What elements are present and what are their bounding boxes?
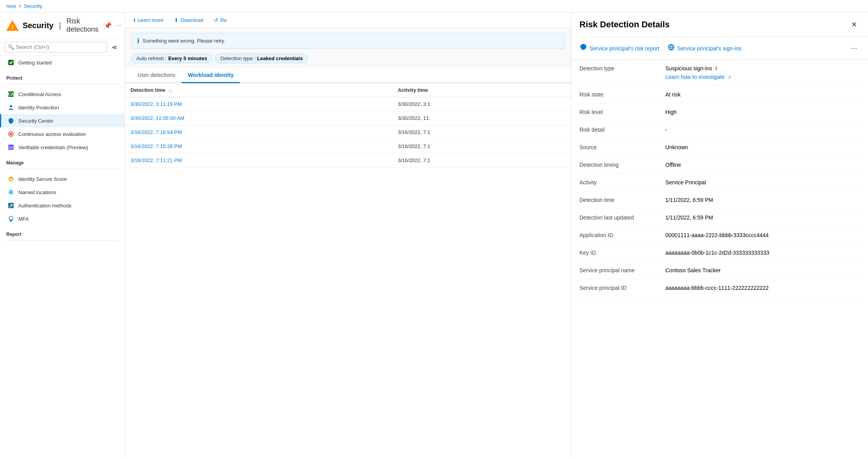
value-detection-type: Suspicious sign-ins ℹ Learn how to inves… — [665, 65, 860, 80]
sidebar-item-auth-methods[interactable]: 🔑 Authentication methods — [0, 199, 125, 212]
svg-text:CA: CA — [8, 92, 14, 96]
detection-time-cell[interactable]: 3/30/2022, 11:05:00 AM — [125, 111, 392, 125]
value-key-id: aaaaaaaa-0b0b-1c1c-2d2d-333333333333 — [665, 250, 860, 256]
identity-secure-score-label: Identity Secure Score — [18, 176, 67, 182]
page-icon: ! — [6, 19, 19, 32]
sidebar-item-mfa[interactable]: MFA — [0, 212, 125, 225]
risk-report-button[interactable]: Service principal's risk report — [579, 42, 659, 55]
value-detection-time: 1/11/2022, 6:59 PM — [665, 197, 860, 203]
sidebar-item-identity-protection[interactable]: Identity Protection — [0, 101, 125, 114]
value-risk-level: High — [665, 109, 860, 115]
label-risk-state: Risk state — [579, 91, 665, 98]
sign-ins-button[interactable]: Service principal's sign-ins — [667, 42, 742, 55]
protect-section-label: Protect — [0, 69, 125, 82]
refresh-button[interactable]: ↺ Re — [212, 16, 229, 25]
sidebar-item-security-center[interactable]: Security Center — [0, 114, 125, 127]
breadcrumb-current[interactable]: Security — [24, 3, 42, 9]
svg-text:★: ★ — [9, 177, 13, 181]
tab-user-detections[interactable]: User detections — [131, 68, 182, 83]
detection-time-cell[interactable]: 3/16/2022, 7:16:54 PM — [125, 125, 392, 139]
conditional-access-label: Conditional Access — [18, 91, 61, 97]
auth-methods-label: Authentication methods — [18, 203, 71, 209]
info-icon-detection-type: ℹ — [715, 66, 717, 71]
value-sp-id: aaaaaaaa-bbbb-cccc-1111-222222222222 — [665, 285, 860, 291]
value-risk-state: At risk — [665, 91, 860, 98]
detection-time-cell[interactable]: 3/30/2022, 3:11:19 PM — [125, 97, 392, 111]
svg-point-5 — [10, 133, 12, 135]
col-detection-time[interactable]: Detection time ↑↓ — [125, 83, 392, 97]
detail-row-detection-timing: Detection timing Offline — [579, 156, 860, 174]
detail-row-detection-time: Detection time 1/11/2022, 6:59 PM — [579, 191, 860, 209]
breadcrumb-parent[interactable]: rove — [6, 3, 16, 9]
value-application-id: 00001111-aaaa-2222-bbbb-3333cccc4444 — [665, 232, 860, 238]
learn-more-button[interactable]: ℹ Learn more — [131, 16, 166, 25]
col-activity-time[interactable]: Activity time — [392, 83, 571, 97]
label-key-id: Key ID — [579, 250, 665, 256]
more-options-button[interactable]: ··· — [115, 20, 123, 31]
activity-time-cell: 3/16/2022, 7:1 — [392, 154, 571, 168]
right-panel: Risk Detection Details ✕ Service princip… — [571, 12, 868, 457]
learn-investigate-link[interactable]: Learn how to investigate ↗ — [665, 74, 731, 80]
activity-time-cell: 3/16/2022, 7:1 — [392, 139, 571, 154]
detection-time-cell[interactable]: 3/16/2022, 7:15:28 PM — [125, 139, 392, 154]
risk-report-label: Service principal's risk report — [590, 45, 659, 52]
pin-button[interactable]: 📌 — [102, 20, 113, 31]
protect-divider — [6, 84, 118, 84]
risk-report-icon — [579, 43, 587, 53]
alert-icon: ℹ — [137, 37, 139, 45]
info-icon: ℹ — [134, 17, 135, 23]
download-button[interactable]: ⬇ Download — [172, 16, 205, 25]
sidebar-scroll: Getting started Protect CA Conditional A… — [0, 56, 125, 457]
continuous-access-label: Continuous access evaluation — [18, 131, 86, 137]
label-sp-name: Service principal name — [579, 267, 665, 273]
detail-row-source: Source Unknown — [579, 139, 860, 156]
detail-row-detection-type: Detection type Suspicious sign-ins ℹ Lea… — [579, 60, 860, 86]
tab-workload-identity[interactable]: Workload identity — [182, 68, 240, 83]
search-input[interactable] — [5, 42, 107, 52]
manage-section-label: Manage — [0, 154, 125, 167]
identity-protection-icon — [7, 104, 14, 111]
activity-time-cell: 3/16/2022, 7:1 — [392, 125, 571, 139]
getting-started-icon — [7, 59, 14, 66]
table-row: 3/16/2022, 7:15:28 PM 3/16/2022, 7:1 — [125, 139, 571, 154]
activity-time-cell: 3/30/2022, 3:1 — [392, 97, 571, 111]
search-container: 🔍 ≪ — [0, 39, 125, 56]
right-panel-header: Risk Detection Details ✕ — [572, 12, 868, 37]
svg-text:🔑: 🔑 — [9, 204, 14, 208]
table-row: 3/16/2022, 7:11:21 PM 3/16/2022, 7:1 — [125, 154, 571, 168]
verifiable-credentials-label: Verifiable credentials (Preview) — [18, 145, 88, 150]
report-divider — [6, 240, 118, 241]
continuous-access-icon — [7, 130, 14, 137]
detection-time-cell[interactable]: 3/16/2022, 7:11:21 PM — [125, 154, 392, 168]
filter-pill-detection-type[interactable]: Detection type : Leaked credentials — [215, 54, 308, 63]
filter-pill-refresh[interactable]: Auto refresh : Every 5 minutes — [131, 54, 212, 63]
identity-secure-score-icon: ★ — [7, 175, 14, 182]
panel-more-button[interactable]: ··· — [848, 43, 860, 54]
svg-rect-0 — [8, 60, 14, 65]
search-icon: 🔍 — [8, 44, 14, 50]
sidebar-item-conditional-access[interactable]: CA Conditional Access — [0, 87, 125, 101]
svg-text:VC: VC — [9, 146, 13, 150]
auth-methods-icon: 🔑 — [7, 202, 14, 209]
sidebar-item-named-locations[interactable]: Named locations — [0, 186, 125, 199]
content-area: ℹ Learn more ⬇ Download ↺ Re ℹ Something… — [125, 12, 571, 457]
content-toolbar: ℹ Learn more ⬇ Download ↺ Re — [125, 12, 571, 28]
identity-protection-label: Identity Protection — [18, 105, 59, 111]
sidebar-item-identity-secure-score[interactable]: ★ Identity Secure Score — [0, 172, 125, 186]
external-link-icon: ↗ — [727, 75, 731, 80]
close-panel-button[interactable]: ✕ — [848, 19, 860, 30]
security-center-icon — [7, 117, 14, 124]
alert-bar: ℹ Something went wrong. Please retry. — [131, 33, 565, 49]
sidebar-item-verifiable-credentials[interactable]: VC Verifiable credentials (Preview) — [0, 141, 125, 154]
sign-ins-label: Service principal's sign-ins — [677, 45, 742, 52]
collapse-sidebar-button[interactable]: ≪ — [109, 43, 120, 52]
sidebar-item-continuous-access[interactable]: Continuous access evaluation — [0, 127, 125, 141]
verifiable-credentials-icon: VC — [7, 144, 14, 151]
tabs-row: User detections Workload identity — [125, 68, 571, 83]
manage-divider — [6, 169, 118, 169]
report-section-label: Report — [0, 225, 125, 239]
detail-row-sp-name: Service principal name Contoso Sales Tra… — [579, 262, 860, 279]
named-locations-label: Named locations — [18, 189, 56, 195]
sidebar-item-getting-started[interactable]: Getting started — [0, 56, 125, 69]
mfa-icon — [7, 215, 14, 222]
